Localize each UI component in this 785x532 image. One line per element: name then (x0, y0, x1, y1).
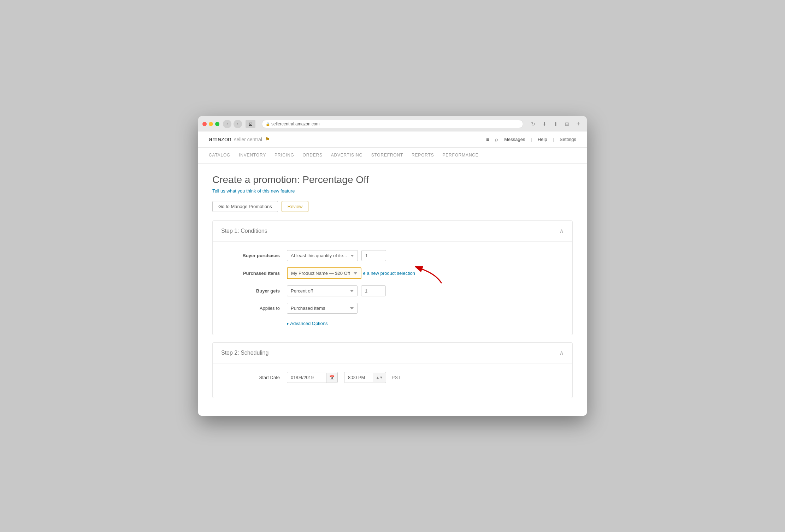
address-bar[interactable]: 🔒 sellercentral.amazon.com (262, 120, 523, 128)
buyer-gets-row: Buyer gets Percent off (223, 285, 562, 296)
buyer-purchases-qty[interactable] (361, 250, 386, 261)
buyer-gets-select[interactable]: Percent off (287, 285, 358, 296)
step1-header: Step 1: Conditions ∧ (213, 221, 572, 242)
browser-window: ‹ › ⊡ 🔒 sellercentral.amazon.com ↻ ⬇ ⬆ ⊞… (198, 116, 587, 416)
browser-chrome: ‹ › ⊡ 🔒 sellercentral.amazon.com ↻ ⬇ ⬆ ⊞… (198, 116, 587, 131)
advanced-options-container: Advanced Options (287, 320, 562, 326)
settings-link[interactable]: Settings (560, 137, 576, 142)
start-date-controls: 📅 ▲▼ PST (287, 372, 401, 383)
nav-reports[interactable]: REPORTS (412, 148, 434, 163)
timezone-label: PST (392, 375, 401, 380)
applies-to-select[interactable]: Purchased Items (287, 303, 358, 314)
hamburger-icon[interactable]: ≡ (486, 136, 489, 143)
browser-titlebar: ‹ › ⊡ 🔒 sellercentral.amazon.com ↻ ⬇ ⬆ ⊞… (202, 120, 583, 128)
help-link[interactable]: Help (538, 137, 547, 142)
lock-icon: 🔒 (266, 122, 270, 126)
seller-central-text: seller central (234, 137, 262, 142)
page-title: Create a promotion: Percentage Off (212, 174, 573, 185)
red-arrow-annotation (415, 264, 443, 285)
download-button[interactable]: ⬇ (540, 120, 549, 128)
forward-button[interactable]: › (234, 120, 242, 128)
logo-area: amazon seller central ⚑ (209, 136, 270, 143)
logo-flag-icon: ⚑ (265, 136, 270, 143)
applies-to-label: Applies to (223, 306, 287, 311)
start-date-label: Start Date (223, 375, 287, 380)
traffic-light-yellow[interactable] (209, 122, 213, 126)
start-time-input[interactable] (344, 372, 373, 383)
step1-body: Buyer purchases At least this quantity o… (213, 242, 572, 335)
nav-pricing[interactable]: PRICING (275, 148, 294, 163)
step2-section: Step 2: Scheduling ∧ Start Date 📅 (212, 342, 573, 398)
top-nav-right: ≡ ⌕ Messages | Help | Settings (486, 136, 576, 143)
step1-section: Step 1: Conditions ∧ Buyer purchases At … (212, 220, 573, 335)
time-chevron-icon[interactable]: ▲▼ (373, 373, 386, 382)
tab-icon: ⊡ (249, 122, 253, 127)
buyer-gets-controls: Percent off (287, 285, 386, 296)
review-button[interactable]: Review (282, 201, 309, 212)
browser-nav-buttons: ‹ › (223, 120, 242, 128)
traffic-light-green[interactable] (215, 122, 219, 126)
applies-to-controls: Purchased Items (287, 303, 358, 314)
main-nav: CATALOG INVENTORY PRICING ORDERS ADVERTI… (198, 148, 587, 164)
buyer-purchases-select[interactable]: At least this quantity of ite... (287, 250, 358, 261)
start-date-row: Start Date 📅 ▲▼ PST (223, 372, 562, 383)
nav-inventory[interactable]: INVENTORY (239, 148, 266, 163)
traffic-light-red[interactable] (202, 122, 207, 126)
create-product-selection-link[interactable]: e a new product selection (363, 271, 415, 276)
url-text: sellercentral.amazon.com (271, 122, 320, 126)
page-subtitle: Tell us what you think of this new featu… (212, 188, 573, 194)
nav-storefront[interactable]: STOREFRONT (371, 148, 403, 163)
reload-button[interactable]: ↻ (529, 120, 537, 128)
share-button[interactable]: ⬆ (551, 120, 560, 128)
create-link-text: e a new product selection (363, 271, 415, 276)
purchased-items-controls: My Product Name — $20 Off (287, 267, 415, 279)
purchased-items-label: Purchased Items (223, 271, 287, 276)
nav-orders[interactable]: ORDERS (303, 148, 323, 163)
buyer-purchases-row: Buyer purchases At least this quantity o… (223, 250, 562, 261)
nav-catalog[interactable]: CATALOG (209, 148, 230, 163)
back-button[interactable]: ‹ (223, 120, 231, 128)
nav-advertising[interactable]: ADVERTISING (331, 148, 363, 163)
nav-performance[interactable]: PERFORMANCE (443, 148, 479, 163)
amazon-text: amazon (209, 136, 231, 143)
purchased-items-row: Purchased Items My Product Name — $20 Of… (223, 267, 562, 279)
step2-header: Step 2: Scheduling ∧ (213, 343, 572, 363)
search-icon[interactable]: ⌕ (495, 136, 498, 143)
action-buttons: Go to Manage Promotions Review (212, 201, 573, 212)
applies-to-row: Applies to Purchased Items (223, 303, 562, 314)
page-content: amazon seller central ⚑ ≡ ⌕ Messages | H… (198, 131, 587, 416)
step1-title: Step 1: Conditions (221, 228, 267, 234)
step2-body: Start Date 📅 ▲▼ PST (213, 363, 572, 398)
step2-title: Step 2: Scheduling (221, 350, 268, 356)
buyer-purchases-label: Buyer purchases (223, 253, 287, 258)
logo-text: amazon seller central (209, 136, 262, 143)
add-button[interactable]: + (574, 120, 583, 128)
step1-collapse-icon[interactable]: ∧ (559, 227, 564, 235)
traffic-lights (202, 122, 219, 126)
buyer-purchases-controls: At least this quantity of ite... (287, 250, 386, 261)
start-date-input[interactable] (287, 372, 326, 383)
step2-collapse-icon[interactable]: ∧ (559, 349, 564, 357)
buyer-gets-label: Buyer gets (223, 288, 287, 294)
purchased-items-select[interactable]: My Product Name — $20 Off (287, 267, 361, 279)
separator-2: | (553, 137, 554, 142)
separator-1: | (531, 137, 532, 142)
manage-promotions-button[interactable]: Go to Manage Promotions (212, 201, 278, 212)
buyer-gets-qty[interactable] (361, 285, 386, 296)
advanced-options-link[interactable]: Advanced Options (287, 321, 328, 326)
calendar-icon[interactable]: 📅 (326, 373, 337, 383)
new-tab-button[interactable]: ⊞ (563, 120, 571, 128)
feedback-link[interactable]: Tell us what you think of this new featu… (212, 188, 295, 194)
top-nav-bar: amazon seller central ⚑ ≡ ⌕ Messages | H… (198, 131, 587, 148)
page-body: Create a promotion: Percentage Off Tell … (198, 164, 587, 416)
tab-view-button[interactable]: ⊡ (246, 120, 255, 128)
messages-link[interactable]: Messages (504, 137, 525, 142)
browser-actions: ↻ ⬇ ⬆ ⊞ + (529, 120, 583, 128)
